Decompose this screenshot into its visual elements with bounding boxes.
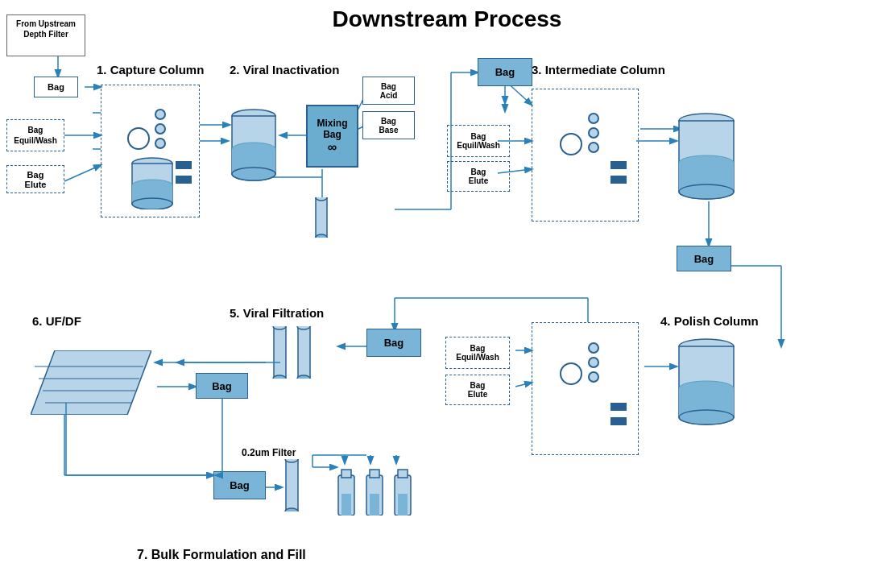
mixing-bag: Mixing Bag ∞ xyxy=(306,105,358,168)
section-viral-filt: 5. Viral Filtration xyxy=(230,306,324,320)
pump-1 xyxy=(127,127,150,150)
svg-point-46 xyxy=(132,198,172,209)
pump-2 xyxy=(560,133,582,155)
bag-bulk: Bag xyxy=(213,471,266,499)
svg-rect-86 xyxy=(370,470,379,478)
bag-equil-wash-1: Bag Equil/Wash xyxy=(6,119,64,151)
intermediate-column-box xyxy=(532,89,639,222)
bag-1: Bag xyxy=(34,77,78,97)
svg-line-19 xyxy=(515,383,532,387)
svg-rect-68 xyxy=(274,326,286,379)
svg-line-3 xyxy=(64,165,101,181)
svg-rect-83 xyxy=(341,470,351,478)
viral-filter-1 xyxy=(270,326,290,379)
svg-rect-90 xyxy=(398,494,408,516)
bottle-3 xyxy=(391,463,415,516)
bag-base: Bag Base xyxy=(362,111,415,139)
bag-elute-1: Bag Elute xyxy=(6,165,64,193)
section-viral-inact: 2. Viral Inactivation xyxy=(230,63,339,77)
svg-marker-74 xyxy=(31,350,151,415)
polish-column-box xyxy=(532,322,639,455)
svg-point-81 xyxy=(285,508,298,511)
page-title: Downstream Process xyxy=(0,6,894,32)
bag-right: Bag xyxy=(677,246,731,271)
filter-02-tube xyxy=(282,459,302,511)
svg-rect-79 xyxy=(286,459,298,511)
pump-3 xyxy=(560,362,582,385)
bottle-2 xyxy=(362,463,387,516)
section-intermediate: 3. Intermediate Column xyxy=(532,63,665,77)
upstream-label: From Upstream Depth Filter xyxy=(6,14,85,56)
bag-equil-wash-2: Bag Equil/Wash xyxy=(447,125,510,157)
viral-filter-2 xyxy=(294,326,314,379)
section-bulk: 7. Bulk Formulation and Fill xyxy=(137,548,306,562)
main-canvas: Downstream Process xyxy=(0,0,894,588)
svg-point-52 xyxy=(232,168,275,180)
section-ufdf: 6. UF/DF xyxy=(32,314,81,328)
polish-cylinder xyxy=(677,338,737,427)
svg-rect-84 xyxy=(341,494,351,516)
svg-point-67 xyxy=(679,410,734,424)
bag-elute-2: Bag Elute xyxy=(447,161,510,192)
svg-point-70 xyxy=(273,375,286,379)
svg-rect-53 xyxy=(316,197,327,238)
section-capture: 1. Capture Column xyxy=(97,63,204,77)
svg-rect-87 xyxy=(370,494,379,516)
bag-elute-3: Bag Elute xyxy=(445,375,510,405)
intermediate-cylinder xyxy=(677,113,737,201)
svg-point-80 xyxy=(285,459,298,462)
svg-point-61 xyxy=(679,184,734,199)
bag-top: Bag xyxy=(478,58,532,86)
bag-vf: Bag xyxy=(366,329,421,357)
section-filter02: 0.2um Filter xyxy=(242,447,296,458)
vi-output-tube xyxy=(312,197,330,238)
svg-point-73 xyxy=(297,375,310,379)
svg-point-69 xyxy=(273,326,286,329)
bag-acid: Bag Acid xyxy=(362,77,415,105)
bottle-1 xyxy=(334,463,358,516)
svg-rect-71 xyxy=(298,326,310,379)
svg-point-54 xyxy=(316,197,327,201)
section-polish: 4. Polish Column xyxy=(660,314,759,328)
vi-cylinder xyxy=(230,109,278,181)
svg-rect-89 xyxy=(398,470,408,478)
svg-point-55 xyxy=(316,234,327,238)
ufdf-device xyxy=(31,350,151,415)
svg-point-72 xyxy=(297,326,310,329)
bag-equil-wash-3: Bag Equil/Wash xyxy=(445,337,510,369)
bag-ufdf: Bag xyxy=(196,373,248,399)
capture-cylinder xyxy=(130,157,175,209)
